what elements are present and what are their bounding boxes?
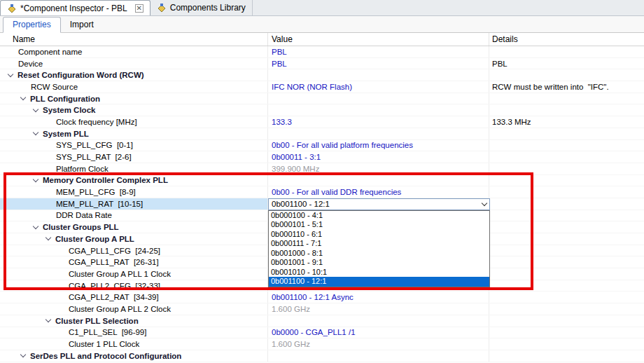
row-value-cell[interactable]: 133.3 — [268, 116, 489, 128]
table-row[interactable]: Device PBL PBL — [0, 58, 644, 70]
row-label: RCW Source — [31, 83, 78, 91]
row-value-cell[interactable]: 0b001100 - 12:1 Async — [268, 292, 489, 303]
dropdown-option[interactable]: 0b001000 - 8:1 — [269, 249, 489, 259]
dropdown-option[interactable]: 0b000100 - 4:1 — [269, 211, 489, 221]
row-label: MEM_PLL_RAT [10-15] — [56, 200, 143, 208]
column-header-name: Name — [0, 33, 268, 46]
table-row[interactable]: SerDes PLL and Protocol Configuration — [0, 350, 644, 362]
chevron-down-icon[interactable] — [20, 352, 26, 357]
row-label: Cluster 1 PLL Clock — [69, 340, 139, 348]
row-label: Device — [18, 60, 43, 68]
row-label: SerDes PLL and Protocol Configuration — [30, 352, 181, 360]
row-name-cell: PLL Configuration — [0, 93, 268, 104]
row-label: CGA_PLL2_CFG [32-33] — [69, 282, 160, 290]
row-details-cell — [489, 303, 644, 315]
table-row[interactable]: RCW Source IFC NOR (NOR Flash) RCW must … — [0, 81, 644, 93]
row-details-cell: 133.3 MHz — [489, 116, 644, 128]
row-value-cell[interactable] — [268, 69, 489, 81]
row-name-cell: System PLL — [0, 128, 268, 139]
table-row[interactable]: Reset Configuration Word (RCW) — [0, 69, 644, 81]
row-value-cell[interactable]: 1.600 GHz — [268, 303, 489, 315]
table-row[interactable]: System PLL — [0, 128, 644, 140]
row-name-cell: RCW Source — [0, 81, 268, 93]
row-value-cell[interactable]: 0b00011 - 3:1 — [268, 151, 489, 163]
dropdown-option[interactable]: 0b001010 - 10:1 — [269, 268, 489, 278]
editor-tab-bar: *Component Inspector - PBL ✕ Components … — [0, 0, 644, 16]
row-value-cell[interactable] — [268, 104, 489, 116]
row-details-cell — [489, 163, 644, 174]
dropdown-list: 0b000100 - 4:10b000101 - 5:10b000110 - 6… — [268, 210, 490, 287]
table-row[interactable]: Cluster PLL Selection — [0, 315, 644, 327]
row-value-cell[interactable]: 1.600 GHz — [268, 338, 489, 350]
row-name-cell: Reset Configuration Word (RCW) — [0, 69, 268, 81]
tab-import[interactable]: Import — [61, 18, 103, 32]
row-value-cell[interactable] — [268, 315, 489, 327]
chevron-down-icon[interactable] — [33, 107, 38, 112]
row-details-cell — [489, 46, 644, 57]
row-value-cell[interactable]: 0b0000 - CGA_PLL1 /1 — [268, 327, 489, 338]
row-label: Reset Configuration Word (RCW) — [18, 71, 144, 79]
table-row[interactable]: SYS_PLL_RAT [2-6] 0b00011 - 3:1 — [0, 151, 644, 163]
row-label: CGA_PLL1_RAT [26-31] — [69, 258, 159, 266]
dropdown-option[interactable]: 0b000111 - 7:1 — [269, 239, 489, 249]
chevron-down-icon[interactable] — [33, 130, 38, 135]
chevron-down-icon[interactable] — [46, 235, 51, 240]
row-name-cell: SerDes PLL and Protocol Configuration — [0, 350, 268, 362]
row-value-cell[interactable]: IFC NOR (NOR Flash) — [268, 81, 489, 93]
chevron-down-icon[interactable] — [33, 177, 38, 182]
table-row[interactable]: Memory Controller Complex PLL — [0, 175, 644, 187]
row-details-cell — [489, 245, 644, 256]
tab-component-inspector[interactable]: *Component Inspector - PBL ✕ — [0, 0, 150, 15]
row-value-cell[interactable] — [268, 93, 489, 104]
row-value-cell[interactable]: 0b00 - For all valid DDR frequencies — [268, 186, 489, 198]
row-value-cell[interactable] — [268, 350, 489, 362]
row-details-cell — [489, 292, 644, 303]
row-details-cell — [489, 151, 644, 163]
table-row[interactable]: Platform Clock 399.900 MHz — [0, 163, 644, 175]
row-name-cell: Component name — [0, 46, 268, 57]
row-value-cell[interactable]: PBL — [268, 46, 489, 57]
row-name-cell: Cluster Groups PLL — [0, 221, 268, 233]
row-value-cell[interactable]: 399.900 MHz — [268, 163, 489, 174]
row-details-cell — [489, 186, 644, 198]
chevron-down-icon[interactable] — [8, 71, 13, 76]
table-row[interactable]: System Clock — [0, 104, 644, 116]
table-row[interactable]: Component name PBL — [0, 46, 644, 58]
table-row[interactable]: SYS_PLL_CFG [0-1] 0b00 - For all valid p… — [0, 140, 644, 152]
dropdown-option[interactable]: 0b000110 - 6:1 — [269, 230, 489, 240]
table-row[interactable]: CGA_PLL2_RAT [34-39] 0b001100 - 12:1 Asy… — [0, 292, 644, 303]
column-header-details: Details — [489, 33, 644, 46]
table-row[interactable]: PLL Configuration — [0, 93, 644, 105]
table-row[interactable]: MEM_PLL_CFG [8-9] 0b00 - For all valid D… — [0, 186, 644, 198]
row-details-cell — [489, 350, 644, 362]
row-name-cell: DDR Data Rate — [0, 210, 268, 221]
mem-pll-rat-combobox[interactable]: 0b001100 - 12:1 — [268, 198, 490, 210]
chevron-down-icon[interactable] — [482, 200, 487, 206]
row-label: Cluster Group A PLL 2 Clock — [69, 305, 171, 313]
table-row[interactable]: C1_PLL_SEL [96-99] 0b0000 - CGA_PLL1 /1 — [0, 327, 644, 339]
table-row[interactable]: Cluster 1 PLL Clock 1.600 GHz — [0, 338, 644, 350]
tab-label: *Component Inspector - PBL — [20, 4, 127, 13]
table-row[interactable]: Cluster Group A PLL 2 Clock 1.600 GHz — [0, 303, 644, 315]
chevron-down-icon[interactable] — [33, 223, 38, 228]
row-name-cell: MEM_PLL_CFG [8-9] — [0, 186, 268, 198]
row-details-cell — [489, 210, 644, 221]
row-value-cell[interactable]: PBL — [268, 58, 489, 69]
dropdown-option[interactable]: 0b001001 - 9:1 — [269, 258, 489, 268]
row-label: Cluster Group A PLL — [55, 235, 134, 243]
row-name-cell: Platform Clock — [0, 163, 268, 174]
chevron-down-icon[interactable] — [20, 95, 26, 100]
row-value-cell[interactable]: 0b00 - For all valid platform frequencie… — [268, 140, 489, 151]
tab-properties[interactable]: Properties — [3, 17, 61, 33]
tab-components-library[interactable]: Components Library — [150, 0, 253, 15]
table-row[interactable]: Clock frequency [MHz] 133.3 133.3 MHz — [0, 116, 644, 128]
row-value-cell[interactable] — [268, 175, 489, 186]
close-icon[interactable]: ✕ — [135, 4, 144, 13]
row-details-cell — [489, 128, 644, 139]
dropdown-option[interactable]: 0b001100 - 12:1 — [269, 277, 489, 287]
chevron-down-icon[interactable] — [46, 317, 51, 322]
row-label: Memory Controller Complex PLL — [43, 176, 168, 184]
row-details-cell — [489, 315, 644, 327]
dropdown-option[interactable]: 0b000101 - 5:1 — [269, 220, 489, 230]
row-value-cell[interactable] — [268, 128, 489, 139]
